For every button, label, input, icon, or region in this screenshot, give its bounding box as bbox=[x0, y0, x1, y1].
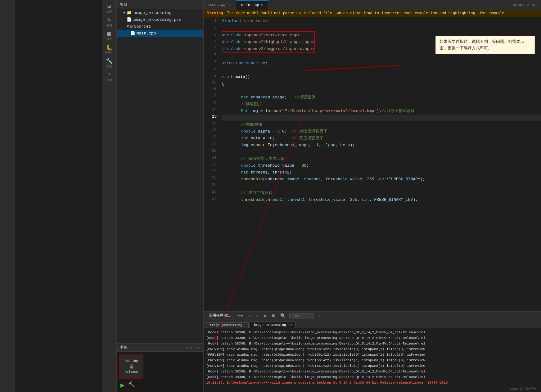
ln-20: 20 bbox=[206, 147, 217, 154]
code-line-26: // 黑白二值反转 bbox=[222, 190, 541, 196]
bookmark-rect-icon[interactable]: ▭ bbox=[194, 345, 196, 350]
bookmarks-controls[interactable]: ✓ △ ▭ ✕ bbox=[186, 345, 200, 350]
tab-main-cpp-1[interactable]: main.cpp ✕ bbox=[204, 0, 236, 10]
sidebar-item-edit[interactable]: ✎ 编辑 bbox=[103, 16, 115, 29]
toolbar-btn-stop2[interactable]: ⏹ bbox=[270, 313, 277, 319]
debug-hammer-button[interactable]: 🔨 bbox=[128, 381, 135, 390]
help-icon: ? bbox=[107, 72, 111, 78]
filter-input[interactable] bbox=[289, 313, 314, 318]
toolbar-btn-swap[interactable]: ⟺ bbox=[236, 313, 245, 319]
folder-icon: 📁 bbox=[127, 10, 132, 15]
tab-bar: main.cpp ✕ main.cpp ✕ main() > int bbox=[204, 0, 541, 10]
code-line-13: //读取图片 bbox=[222, 101, 541, 108]
monitor-icon: 🖥 bbox=[128, 363, 134, 370]
output-line-7: [PREVIEW] recv window msg, name:(Qt5QWin… bbox=[206, 363, 539, 369]
sidebar-item-debug[interactable]: 🐛 Debug bbox=[103, 43, 115, 56]
sidebar-item-design[interactable]: ▣ 设计 bbox=[103, 30, 115, 42]
run-button[interactable]: ▶ bbox=[120, 381, 124, 390]
ln-25: 25 bbox=[206, 182, 217, 188]
editor-wrapper: 如果头文件报错，说找不到，等问题。则需要点击，更换一下编译方式即可。 1 2 3… bbox=[204, 17, 541, 392]
tab-label-2: main.cpp bbox=[241, 3, 259, 7]
toolbar-btn-plus-minus[interactable]: + - bbox=[317, 313, 327, 319]
code-line-21: // 阈值分割，黑白二值 bbox=[222, 155, 541, 162]
tree-label-main-cpp: main.cpp bbox=[137, 31, 156, 36]
csdn-watermark: CSDN @小仇学长 bbox=[206, 385, 539, 392]
code-line-1: #include <iostream> bbox=[222, 18, 541, 25]
project-label: 项目 bbox=[120, 2, 127, 7]
bookmark-up-icon[interactable]: △ bbox=[190, 345, 192, 350]
output-tab-1[interactable]: image_processing ■ bbox=[206, 322, 249, 328]
code-line-8 bbox=[222, 67, 541, 74]
ln-21: 21 bbox=[206, 154, 217, 161]
code-line-2 bbox=[222, 25, 541, 31]
welcome-icon: ⊞ bbox=[107, 4, 111, 9]
warning-text: The code model could not parse an includ… bbox=[227, 11, 507, 16]
output-tab-label-2: image_processing bbox=[253, 323, 286, 327]
edit-icon: ✎ bbox=[107, 17, 111, 23]
code-line-25 bbox=[222, 183, 541, 190]
tree-item-pro-file[interactable]: 📄 image_processing.pro bbox=[117, 16, 203, 23]
tree-item-image-processing[interactable]: ▼ 📁 image_processing bbox=[117, 9, 203, 16]
annotation-text: 如果头文件报错，说找不到，等问题。则需要点击，更换一下编译方式即可。 bbox=[440, 39, 524, 50]
debug-icon: 🐛 bbox=[106, 45, 113, 51]
ln-15: 15 bbox=[206, 113, 217, 120]
code-line-18: int beta = 10; // 亮度增强因子 bbox=[222, 135, 541, 142]
file-icon-pro: 📄 bbox=[127, 17, 132, 22]
code-line-10: { bbox=[222, 80, 541, 87]
ln-8: 8 bbox=[206, 65, 217, 72]
sidebar-item-welcome[interactable]: ⊞ 欢迎 bbox=[103, 2, 115, 15]
output-line-1: [Hook] detach 38308, E:\Desktop\image\c+… bbox=[206, 330, 539, 335]
sidebar-item-help[interactable]: ? 帮助 bbox=[103, 71, 115, 83]
ln-7: 7 bbox=[206, 59, 217, 65]
ln-16: 16 bbox=[206, 120, 217, 127]
output-line-3: [Hook] detach 38308, E:\Desktop\image\c+… bbox=[206, 341, 539, 346]
ln-27: 27 bbox=[206, 195, 217, 202]
output-line-4: [PREVIEW] recv window msg, name:(Qt5QWin… bbox=[206, 346, 539, 352]
toolbar-btn-search[interactable]: 🔍 bbox=[279, 313, 287, 319]
tree-item-main-cpp[interactable]: 📄 main.cpp bbox=[117, 30, 203, 37]
code-line-5: #include <opencv2/imgproc/imgproc.hpp> bbox=[222, 46, 314, 52]
toolbar-btn-back[interactable]: ◁ bbox=[247, 313, 252, 319]
code-line-17: double alpha = 3.0; // 对比度增强因子 bbox=[222, 128, 541, 135]
output-line-8: [Hook] detach 38308, E:\Desktop\image\c+… bbox=[206, 369, 539, 374]
ln-3: 3 bbox=[206, 31, 217, 38]
output-content[interactable]: [Hook] detach 38308, E:\Desktop\image\c+… bbox=[204, 328, 541, 392]
bookmark-check-icon[interactable]: ✓ bbox=[186, 345, 188, 350]
output-tab-2[interactable]: image_processing ■ ✕ bbox=[250, 322, 296, 328]
bookmark-close-icon[interactable]: ✕ bbox=[198, 345, 200, 350]
code-line-19: img.convertTo(enhanced_image, -1, alpha,… bbox=[222, 142, 541, 149]
tab-close-1[interactable]: ✕ bbox=[228, 2, 231, 7]
ln-22: 22 bbox=[206, 161, 217, 168]
ln-4: 4 bbox=[206, 38, 217, 45]
sidebar-icon-strip: ⊞ 欢迎 ✎ 编辑 ▣ 设计 🐛 Debug 🔧 项目 ? 帮助 bbox=[102, 0, 117, 392]
sidebar-item-project[interactable]: 🔧 项目 bbox=[103, 57, 115, 70]
output-line-5: [PREVIEW] recv window msg, name:(Qt5QWin… bbox=[206, 352, 539, 358]
toolbar-btn-run[interactable]: ▷ bbox=[255, 313, 259, 319]
app-output-label[interactable]: 应用程序输出 bbox=[206, 312, 233, 319]
code-line-12: Mat enhanced_image; //增强图像 bbox=[222, 94, 541, 101]
toolbar-btn-stop[interactable]: ■ bbox=[262, 313, 267, 319]
ln-1: 1 bbox=[206, 18, 217, 25]
tree-item-sources[interactable]: ▼ ◻ Sources bbox=[117, 23, 203, 30]
main-editor-area: main.cpp ✕ main.cpp ✕ main() > int Warni… bbox=[204, 0, 541, 392]
tab-main-cpp-2[interactable]: main.cpp ✕ bbox=[236, 0, 269, 10]
ln-24: 24 bbox=[206, 175, 217, 182]
code-line-14: Mat img = imread("E:/Desktop/image/c++/m… bbox=[222, 108, 541, 115]
code-line-22: double threshold_value = 80; bbox=[222, 162, 541, 169]
output-tab-close-2[interactable]: ✕ bbox=[290, 322, 292, 327]
warning-bar: Warning: The code model could not parse … bbox=[204, 10, 541, 17]
preview-label2: Release bbox=[125, 370, 138, 374]
tab-label-1: main.cpp bbox=[209, 3, 227, 7]
output-tab-label-1: image_processing bbox=[210, 323, 242, 327]
ln-17: 17 bbox=[206, 127, 217, 134]
sources-collapse-icon: ▼ bbox=[127, 24, 129, 29]
bottom-panel: 应用程序输出 ⟺ ◁ ▷ ■ ⏹ 🔍 + - image_processing … bbox=[204, 311, 541, 392]
code-content[interactable]: #include <iostream> #include <opencv2/co… bbox=[219, 17, 541, 311]
preview-label1: ima=ing bbox=[125, 359, 138, 363]
ln-2: 2 bbox=[206, 25, 217, 31]
folder-collapse-icon: ▼ bbox=[123, 11, 125, 15]
code-line-7: using namespace cv; bbox=[222, 60, 541, 67]
ln-5: 5 bbox=[206, 45, 217, 52]
tab-close-2[interactable]: ✕ bbox=[261, 2, 264, 8]
code-line-23: Mat thresh1, thresh2; bbox=[222, 169, 541, 176]
